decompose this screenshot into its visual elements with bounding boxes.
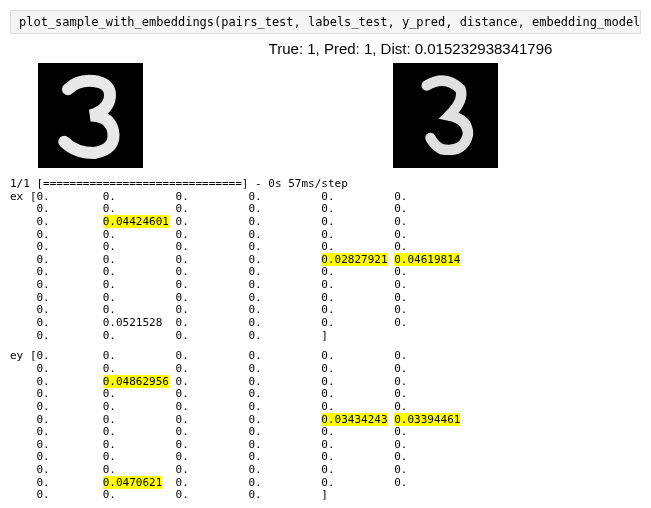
array-cell: 0. [248,349,321,362]
array-cell: 0. [248,253,321,266]
array-cell: 0. [248,413,321,426]
array-cell: 0. [176,349,249,362]
array-cell: 0. [103,329,176,342]
array-cell: 0. [321,278,394,291]
array-cell: 0. [394,291,467,304]
array-cell: 0. [30,425,103,438]
array-cell: 0. [176,253,249,266]
array-cell: 0. [394,375,467,388]
array-cell: 0. [103,349,176,362]
array-cell: 0. [321,387,394,400]
array-cell: 0. [321,215,394,228]
array-cell: 0. [30,265,103,278]
array-cell: 0.0521528 [103,316,176,329]
array-label: ex [10,190,30,203]
array-cell: 0. [103,240,176,253]
array-cell: 0. [248,240,321,253]
array-cell: 0. [30,228,103,241]
array-cell: 0. [30,329,103,342]
array-cell: 0. [394,400,467,413]
array-cell: 0. [176,438,249,451]
array-cell: 0. [30,387,103,400]
array-cell: 0. [248,265,321,278]
array-cell: 0. [30,476,103,489]
array-cell: 0. [394,349,467,362]
array-cell: 0. [176,488,249,501]
array-cell: ] [321,329,394,342]
array-cell: 0. [30,362,103,375]
array-cell: 0.03394461 [394,413,467,426]
array-cell: 0. [248,488,321,501]
array-cell: 0. [321,425,394,438]
array-cell: 0. [30,450,103,463]
array-cell: 0. [321,438,394,451]
array-cell: 0. [103,303,176,316]
array-cell: 0. [103,253,176,266]
array-cell: 0. [176,190,249,203]
array-cell: 0. [176,240,249,253]
array-cell: 0. [248,303,321,316]
array-cell: 0. [394,228,467,241]
array-cell: 0. [321,240,394,253]
array-cell: 0. [248,278,321,291]
array-cell: 0. [30,400,103,413]
array-cell: 0. [30,253,103,266]
array-cell: 0. [103,450,176,463]
array-cell: 0. [248,450,321,463]
array-cell: 0. [248,375,321,388]
array-cell: 0. [176,303,249,316]
array-cell: 0. [394,278,467,291]
array-cell: 0. [30,215,103,228]
array-cell: 0. [248,438,321,451]
array-cell: 0. [394,438,467,451]
array-cell: 0. [394,476,467,489]
array-cell: 0. [321,202,394,215]
array-cell: 0. [176,291,249,304]
array-cell: 0. [394,463,467,476]
array-row: 0. 0. 0. 0. ] [10,489,641,502]
array-cell: 0. [30,291,103,304]
array-cell: 0. [321,476,394,489]
code-args: (pairs_test, labels_test, y_pred, distan… [214,15,641,29]
array-cell: 0. [176,329,249,342]
array-cell: 0. [176,375,249,388]
array-cell: 0. [248,425,321,438]
array-cell: 0. [321,450,394,463]
array-cell: 0. [103,425,176,438]
array-cell: 0.03434243 [321,413,394,426]
digit-three-icon [393,63,498,168]
array-cell: 0. [103,413,176,426]
array-cell: 0. [394,387,467,400]
array-cell: 0. [248,190,321,203]
array-cell: 0. [321,303,394,316]
digit-three-icon [38,63,143,168]
array-cell: 0. [248,476,321,489]
array-cell: 0. [394,240,467,253]
highlighted-value: 0.03394461 [394,413,460,426]
array-cell: 0. [30,278,103,291]
array-cell: 0.04862956 [103,375,176,388]
array-cell: 0. [176,400,249,413]
array-cell: 0. [394,303,467,316]
array-label: ey [10,349,30,362]
embedding-ey: ey [0. 0. 0. 0. 0. 0. 0. 0. 0. 0. 0. 0. … [10,350,641,502]
array-cell: 0. [30,375,103,388]
array-cell: 0. [394,450,467,463]
digit-image-right [393,63,498,168]
array-cell: 0. [176,413,249,426]
array-cell: 0. [248,215,321,228]
highlighted-value: 0.02827921 [321,253,387,266]
array-cell: 0. [30,463,103,476]
array-cell: 0. [394,265,467,278]
array-cell: [0. [30,190,103,203]
array-cell: 0. [176,425,249,438]
highlighted-value: 0.04619814 [394,253,460,266]
array-cell: 0. [321,375,394,388]
array-cell: 0. [176,362,249,375]
array-cell: 0. [248,463,321,476]
array-row: 0. 0. 0. 0. ] [10,330,641,343]
array-cell: 0. [248,228,321,241]
highlighted-value: 0.04862956 [103,375,169,388]
array-cell: 0. [321,265,394,278]
array-cell: 0. [176,228,249,241]
